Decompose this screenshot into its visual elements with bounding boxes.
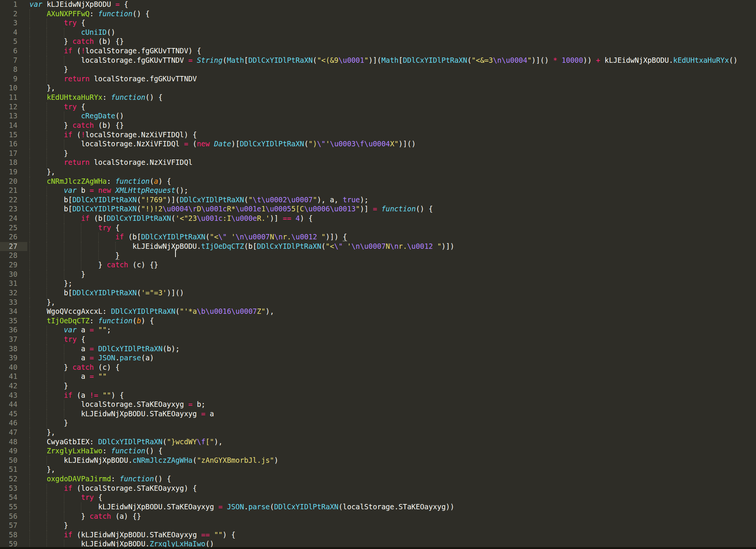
code-text: var b = new XMLHttpRequest(); bbox=[29, 186, 188, 194]
code-line[interactable]: 45 kLJEidwNjXpBODU.STaKEOayxyg = a bbox=[0, 409, 756, 419]
code-line[interactable]: 8 } bbox=[0, 65, 756, 74]
code-token: '<"23 bbox=[175, 214, 197, 222]
code-line[interactable]: 44 localStorage.STaKEOayxyg = b; bbox=[0, 400, 756, 409]
code-line[interactable]: 40 } catch (c) { bbox=[0, 363, 756, 372]
code-line[interactable]: 41 a = "" bbox=[0, 372, 756, 382]
code-line[interactable]: 37 try { bbox=[0, 335, 756, 344]
code-line[interactable]: 43 if (a != "") { bbox=[0, 391, 756, 400]
code-line[interactable]: 56 } catch (a) {} bbox=[0, 512, 756, 521]
code-token: kLJEidwNjX bbox=[29, 242, 175, 250]
code-token: "<(&9 bbox=[317, 56, 338, 64]
code-line[interactable]: 1var kLJEidwNjXpBODU = { bbox=[0, 0, 756, 9]
code-line[interactable]: 4 cUniID() bbox=[0, 28, 756, 37]
line-number: 57 bbox=[0, 521, 27, 530]
line-number: 46 bbox=[0, 419, 27, 428]
code-line[interactable]: 38 a = DDlCxYIDlPtRaXN(b); bbox=[0, 344, 756, 354]
code-line[interactable]: 30 } bbox=[0, 270, 756, 279]
code-line[interactable]: 17 } bbox=[0, 149, 756, 158]
code-token: DDlCxYIDlPtRaXN bbox=[180, 196, 244, 204]
code-token: b[ bbox=[29, 289, 72, 297]
code-line[interactable]: 32 b[DDlCxYIDlPtRaXN('="=3')]() bbox=[0, 288, 756, 298]
code-token: catch bbox=[72, 363, 94, 371]
line-number: 44 bbox=[0, 400, 27, 409]
code-line[interactable]: 20 cNRmJlczZAgWHa: function(a) { bbox=[0, 177, 756, 186]
line-number: 17 bbox=[0, 149, 27, 158]
code-line[interactable]: 27 kLJEidwNjXpBODU.tIjOeDqCTZ(b[DDlCxYID… bbox=[0, 242, 756, 251]
code-line[interactable]: 46 } bbox=[0, 419, 756, 428]
code-line[interactable]: 55 kLJEidwNjXpBODU.STaKEOayxyg = JSON.pa… bbox=[0, 502, 756, 512]
code-line[interactable]: 11 kEdUHtxaHuRYx: function() { bbox=[0, 93, 756, 102]
code-line[interactable]: 42 } bbox=[0, 382, 756, 391]
code-token: }, bbox=[29, 298, 55, 306]
code-editor[interactable]: 1var kLJEidwNjXpBODU = {2 AXuNXPFFwQ: fu… bbox=[0, 0, 756, 549]
code-line[interactable]: 54 try { bbox=[0, 493, 756, 502]
code-line[interactable]: 7 localStorage.fgGKUvTTNDV = String(Math… bbox=[0, 56, 756, 65]
line-number: 35 bbox=[0, 316, 27, 326]
code-line[interactable]: 21 var b = new XMLHttpRequest(); bbox=[0, 186, 756, 195]
code-line[interactable]: 18 return localStorage.NzXiVFIDQl bbox=[0, 158, 756, 167]
code-token: "< bbox=[210, 233, 219, 241]
line-number: 34 bbox=[0, 307, 27, 316]
code-line[interactable]: 5 } catch (b) {} bbox=[0, 37, 756, 47]
line-number: 53 bbox=[0, 484, 27, 493]
code-token: R* bbox=[227, 205, 236, 213]
code-token: ( bbox=[321, 242, 326, 250]
code-token bbox=[29, 177, 47, 185]
code-line[interactable]: 13 cRegDate() bbox=[0, 112, 756, 121]
code-line[interactable]: 12 try { bbox=[0, 102, 756, 112]
code-token: [ bbox=[244, 56, 248, 64]
code-line[interactable]: 2 AXuNXPFFwQ: function() { bbox=[0, 9, 756, 19]
code-line[interactable]: 49 ZrxglyLxHaIwo: function() { bbox=[0, 447, 756, 456]
code-token bbox=[29, 19, 64, 27]
line-number: 28 bbox=[0, 251, 27, 261]
code-line[interactable]: 10 }, bbox=[0, 84, 756, 93]
code-line[interactable]: 50 kLJEidwNjXpBODU.cNRmJlczZAgWHa("zAnGY… bbox=[0, 456, 756, 465]
code-line[interactable]: 57 } bbox=[0, 521, 756, 530]
code-token: 5[C bbox=[291, 205, 304, 213]
code-line[interactable]: 31 }; bbox=[0, 279, 756, 288]
code-line[interactable]: 36 var a = ""; bbox=[0, 326, 756, 335]
code-line[interactable]: 53 if (localStorage.STaKEOayxyg) { bbox=[0, 484, 756, 493]
code-line[interactable]: 29 } catch (c) {} bbox=[0, 261, 756, 270]
code-line[interactable]: 52 oxgdoDAVPaJirmd: function() { bbox=[0, 475, 756, 484]
code-line[interactable]: 35 tIjOeDqCTZ: function(b) { bbox=[0, 316, 756, 326]
code-token: = bbox=[373, 205, 377, 213]
code-line[interactable]: 26 if (b[DDlCxYIDlPtRaXN("<\" '\n\u0007N… bbox=[0, 233, 756, 242]
code-text: ZrxglyLxHaIwo: function() { bbox=[29, 447, 163, 455]
code-token: Date bbox=[214, 140, 231, 148]
code-text: if (kLJEidwNjXpBODU.STaKEOayxyg == "") { bbox=[29, 531, 236, 539]
code-line[interactable]: 47 }, bbox=[0, 428, 756, 437]
code-line[interactable]: 15 if (!localStorage.NzXiVFIDQl) { bbox=[0, 130, 756, 140]
code-token: cRegDate bbox=[81, 112, 115, 120]
code-token: \u0004\r bbox=[163, 205, 197, 213]
code-token bbox=[29, 484, 64, 492]
code-token: "'*a bbox=[180, 307, 197, 315]
line-number: 15 bbox=[0, 130, 27, 140]
code-line[interactable]: 16 localStorage.NzXiVFIDQl = (new Date)[… bbox=[0, 140, 756, 149]
code-line[interactable]: 3 try { bbox=[0, 19, 756, 28]
code-token bbox=[29, 103, 64, 111]
code-line[interactable]: 23 b[DDlCxYIDlPtRaXN("!)!2\u0004\rD\u001… bbox=[0, 205, 756, 214]
code-token: = bbox=[115, 0, 120, 8]
code-line[interactable]: 6 if (!localStorage.fgGKUvTTNDV) { bbox=[0, 47, 756, 56]
code-token: b bbox=[77, 186, 90, 194]
code-line[interactable]: 34 WgoQVccgAxcxL: DDlCxYIDlPtRaXN("'*a\b… bbox=[0, 307, 756, 316]
code-line[interactable]: 19 }, bbox=[0, 167, 756, 177]
code-line[interactable]: 48 CwyaGtbIEX: DDlCxYIDlPtRaXN("}wcdWY\f… bbox=[0, 437, 756, 447]
code-token: ), bbox=[214, 438, 223, 446]
code-token bbox=[94, 372, 98, 380]
code-line[interactable]: 39 a = JSON.parse(a) bbox=[0, 354, 756, 363]
code-line[interactable]: 28 } bbox=[0, 251, 756, 261]
code-line[interactable]: 14 } catch (b) {} bbox=[0, 121, 756, 130]
code-token: ), bbox=[265, 307, 274, 315]
code-line[interactable]: 33 }, bbox=[0, 298, 756, 307]
code-line[interactable]: 58 if (kLJEidwNjXpBODU.STaKEOayxyg == ""… bbox=[0, 530, 756, 540]
code-token: () { bbox=[154, 475, 171, 483]
code-token: . bbox=[244, 503, 248, 511]
code-line[interactable]: 25 try { bbox=[0, 223, 756, 233]
code-token: )]) bbox=[441, 242, 454, 250]
code-line[interactable]: 22 b[DDlCxYIDlPtRaXN("!769")](DDlCxYIDlP… bbox=[0, 195, 756, 205]
code-line[interactable]: 9 return localStorage.fgGKUvTTNDV bbox=[0, 74, 756, 84]
code-line[interactable]: 51 }, bbox=[0, 465, 756, 475]
code-line[interactable]: 24 if (b[DDlCxYIDlPtRaXN('<"23\u001c:I\u… bbox=[0, 214, 756, 223]
